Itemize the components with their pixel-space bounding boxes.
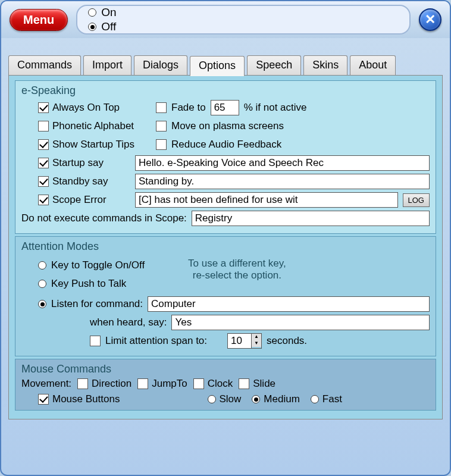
input-no-exec-scope[interactable]: [192, 211, 430, 226]
attention-note: To use a different key, re-select the op…: [188, 255, 286, 294]
spinner-up-icon[interactable]: ▲: [252, 334, 261, 340]
chk-slide[interactable]: [239, 378, 249, 389]
tab-commands[interactable]: Commands: [8, 55, 81, 76]
lbl-movement: Movement:: [21, 378, 71, 390]
lbl-clock: Clock: [208, 378, 233, 390]
input-startup-say[interactable]: [135, 155, 430, 171]
legend-mouse: Mouse Commands: [21, 363, 430, 375]
lbl-key-push: Key Push to Talk: [51, 278, 126, 290]
close-icon: ✕: [425, 12, 436, 27]
group-mouse: Mouse Commands Movement: Direction JumpT…: [15, 359, 436, 411]
lbl-speed-fast: Fast: [322, 393, 342, 405]
menu-button[interactable]: Menu: [10, 9, 68, 31]
tab-skins[interactable]: Skins: [303, 55, 347, 76]
lbl-speed-medium: Medium: [264, 393, 299, 405]
lbl-startup-tips: Show Startup Tips: [52, 139, 134, 151]
input-scope-error[interactable]: [135, 192, 398, 208]
onoff-group: On Off: [76, 5, 411, 35]
tab-about[interactable]: About: [350, 55, 396, 76]
note-line2: re-select the option.: [188, 270, 286, 281]
options-panel: Help e-Speaking Always On Top Fade to % …: [8, 75, 443, 419]
chk-scope-error[interactable]: [38, 195, 49, 205]
input-when-heard[interactable]: [171, 315, 430, 330]
tab-import[interactable]: Import: [83, 55, 131, 76]
radio-off[interactable]: [88, 23, 96, 31]
tab-dialogs[interactable]: Dialogs: [134, 55, 187, 76]
chk-move-plasma[interactable]: [156, 121, 167, 131]
log-button[interactable]: LOG: [403, 193, 430, 207]
chk-standby-say[interactable]: [38, 176, 49, 187]
chk-fade-to[interactable]: [156, 102, 167, 113]
lbl-jumpto: JumpTo: [152, 378, 187, 390]
lbl-speed-slow: Slow: [220, 393, 242, 405]
input-listen-command[interactable]: [148, 296, 430, 312]
chk-limit-attention[interactable]: [90, 336, 101, 346]
input-standby-say[interactable]: [135, 174, 430, 189]
lbl-move-plasma: Move on plasma screens: [171, 120, 284, 132]
tab-speech[interactable]: Speech: [247, 55, 301, 76]
radio-key-push[interactable]: [38, 280, 46, 288]
lbl-limit-attention: Limit attention span to:: [105, 335, 207, 347]
titlebar: Menu On Off ✕: [1, 1, 450, 38]
lbl-direction: Direction: [92, 378, 131, 390]
spinner-down-icon[interactable]: ▼: [252, 340, 261, 347]
lbl-slide: Slide: [253, 378, 275, 390]
lbl-standby-say: Standby say: [52, 176, 108, 187]
chk-clock[interactable]: [193, 378, 204, 389]
lbl-phonetic: Phonetic Alphabet: [52, 120, 134, 132]
chk-direction[interactable]: [77, 378, 88, 389]
content-area: Commands Import Dialogs Options Speech S…: [1, 38, 450, 425]
on-label: On: [101, 6, 116, 19]
input-limit-value[interactable]: [227, 333, 251, 349]
lbl-no-exec: Do not execute commands in Scope:: [21, 212, 187, 224]
chk-always-on-top[interactable]: [38, 102, 49, 113]
radio-speed-medium[interactable]: [252, 395, 260, 403]
lbl-mouse-buttons: Mouse Buttons: [52, 393, 120, 405]
lbl-always-on-top: Always On Top: [52, 102, 120, 114]
lbl-limit-suffix: seconds.: [267, 335, 307, 347]
chk-mouse-buttons[interactable]: [38, 394, 49, 405]
lbl-when-heard: when heard, say:: [90, 317, 167, 328]
lbl-key-toggle: Key to Toggle On/Off: [51, 259, 145, 271]
lbl-reduce-audio: Reduce Audio Feedback: [171, 139, 281, 151]
input-fade-value[interactable]: [211, 100, 239, 115]
radio-on[interactable]: [88, 8, 96, 17]
group-attention: Attention Modes Key to Toggle On/Off Key…: [15, 236, 436, 356]
off-label: Off: [101, 20, 116, 33]
lbl-scope-error: Scope Error: [52, 194, 107, 206]
lbl-fade-post: % if not active: [244, 102, 307, 114]
legend-espeaking: e-Speaking: [21, 84, 430, 97]
lbl-fade-pre: Fade to: [171, 102, 206, 114]
chk-startup-tips[interactable]: [38, 139, 49, 150]
app-window: Menu On Off ✕ Commands Import Dialogs Op…: [0, 0, 451, 476]
chk-startup-say[interactable]: [38, 158, 49, 168]
close-button[interactable]: ✕: [419, 8, 441, 31]
radio-key-toggle[interactable]: [38, 261, 46, 270]
spinner-limit[interactable]: ▲ ▼: [227, 333, 262, 349]
chk-reduce-audio[interactable]: [156, 139, 167, 150]
chk-phonetic[interactable]: [38, 121, 49, 131]
tabbar: Commands Import Dialogs Options Speech S…: [8, 55, 443, 75]
tab-options[interactable]: Options: [190, 56, 245, 76]
note-line1: To use a different key,: [188, 258, 286, 270]
chk-jumpto[interactable]: [137, 378, 148, 389]
radio-speed-slow[interactable]: [208, 395, 216, 403]
radio-listen-command[interactable]: [38, 300, 46, 308]
lbl-listen-command: Listen for command:: [51, 298, 143, 310]
group-espeaking: e-Speaking Always On Top Fade to % if no…: [15, 80, 436, 234]
radio-speed-fast[interactable]: [311, 395, 319, 403]
legend-attention: Attention Modes: [21, 240, 430, 253]
lbl-startup-say: Startup say: [52, 157, 104, 169]
